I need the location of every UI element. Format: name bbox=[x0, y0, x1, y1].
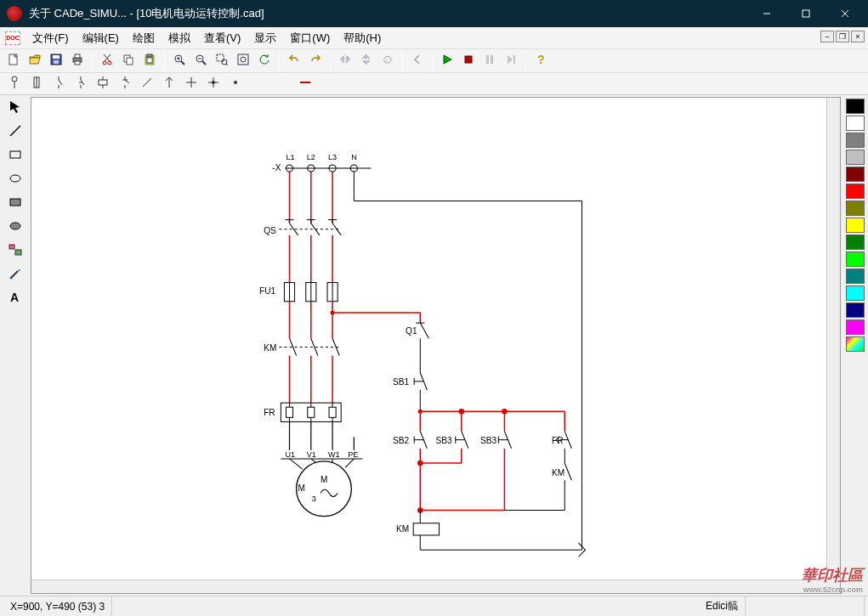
color-swatch-8[interactable] bbox=[846, 235, 865, 250]
component-wire-up[interactable] bbox=[160, 75, 179, 93]
fillrect-tool[interactable] bbox=[7, 195, 24, 212]
color-swatch-10[interactable] bbox=[846, 268, 865, 284]
component-switch[interactable] bbox=[116, 75, 134, 93]
new-doc-button[interactable] bbox=[3, 51, 24, 71]
component-contact-no[interactable] bbox=[49, 75, 68, 93]
ellipse-tool[interactable] bbox=[7, 172, 24, 189]
redo-button[interactable] bbox=[305, 51, 326, 71]
svg-line-69 bbox=[10, 126, 20, 136]
mdi-close[interactable]: × bbox=[851, 31, 865, 42]
svg-line-174 bbox=[564, 463, 571, 480]
component-junction[interactable] bbox=[204, 75, 223, 93]
copy-button[interactable] bbox=[118, 51, 139, 71]
fillellipse-tool[interactable] bbox=[7, 219, 24, 236]
maximize-button[interactable] bbox=[786, 0, 825, 27]
save-button[interactable] bbox=[46, 51, 66, 71]
mdi-minimize[interactable]: – bbox=[820, 31, 834, 42]
label-sb3b: SB3 bbox=[480, 436, 496, 445]
help-button[interactable]: ? bbox=[530, 51, 551, 71]
stop-icon bbox=[462, 53, 475, 70]
menu-4[interactable]: 查看(V) bbox=[197, 28, 247, 48]
pause-button[interactable] bbox=[479, 51, 500, 71]
svg-rect-1 bbox=[803, 10, 809, 17]
rotate-button[interactable] bbox=[377, 51, 398, 71]
eyedropper-tool[interactable] bbox=[7, 267, 24, 284]
menu-0[interactable]: 文件(F) bbox=[26, 28, 76, 48]
flip-v-button[interactable] bbox=[356, 51, 377, 71]
component-wire-slash[interactable] bbox=[138, 75, 156, 93]
components-tool[interactable] bbox=[7, 243, 24, 260]
color-swatch-custom[interactable] bbox=[846, 336, 865, 352]
color-swatch-9[interactable] bbox=[846, 251, 865, 267]
text-tool[interactable]: A bbox=[7, 291, 24, 308]
arrow-tool[interactable] bbox=[7, 100, 24, 117]
color-swatch-4[interactable] bbox=[846, 167, 865, 182]
label-qs: QS bbox=[264, 226, 276, 235]
color-swatch-11[interactable] bbox=[846, 285, 865, 301]
menu-5[interactable]: 显示 bbox=[247, 28, 283, 48]
color-swatch-3[interactable] bbox=[846, 150, 865, 165]
color-swatch-13[interactable] bbox=[846, 319, 865, 335]
close-button[interactable] bbox=[825, 0, 865, 27]
svg-text:A: A bbox=[10, 291, 19, 304]
stop-button[interactable] bbox=[458, 51, 479, 71]
open-button[interactable] bbox=[25, 51, 45, 71]
line-tool[interactable] bbox=[7, 124, 24, 141]
vertical-scrollbar[interactable] bbox=[826, 98, 840, 579]
color-swatch-5[interactable] bbox=[846, 184, 865, 199]
refresh-button[interactable] bbox=[254, 51, 275, 71]
switch-icon bbox=[117, 75, 133, 93]
label-x: -X bbox=[272, 163, 281, 172]
component-contact-nc[interactable] bbox=[71, 75, 90, 93]
svg-point-31 bbox=[241, 57, 246, 62]
flip-h-button[interactable] bbox=[335, 51, 355, 71]
label-l2: L2 bbox=[307, 153, 315, 161]
paste-button[interactable] bbox=[139, 51, 160, 71]
menu-6[interactable]: 窗口(W) bbox=[283, 28, 337, 48]
label-m-motor: M bbox=[321, 475, 327, 484]
label-n: N bbox=[351, 153, 357, 161]
label-pe: PE bbox=[348, 450, 358, 459]
component-node[interactable] bbox=[226, 75, 245, 93]
play-button[interactable] bbox=[437, 51, 457, 71]
zoom-fit-button[interactable] bbox=[233, 51, 253, 71]
svg-point-66 bbox=[234, 81, 237, 84]
svg-point-41 bbox=[12, 76, 17, 82]
component-coil[interactable] bbox=[94, 75, 112, 93]
step-button[interactable] bbox=[501, 51, 521, 71]
ellipse-tool-icon bbox=[8, 171, 23, 189]
menu-2[interactable]: 绘图 bbox=[126, 28, 162, 48]
color-swatch-0[interactable] bbox=[846, 99, 865, 114]
color-swatch-1[interactable] bbox=[846, 116, 865, 131]
component-toolbar bbox=[0, 73, 868, 95]
cut-button[interactable] bbox=[97, 51, 117, 71]
arrow-left-button[interactable] bbox=[407, 51, 428, 71]
print-button[interactable] bbox=[67, 51, 88, 71]
menu-1[interactable]: 编辑(E) bbox=[76, 28, 126, 48]
color-swatch-7[interactable] bbox=[846, 218, 865, 233]
horizontal-scrollbar[interactable] bbox=[31, 579, 826, 593]
canvas[interactable]: -X L1 L2 L3 N QS bbox=[31, 97, 841, 594]
minimize-button[interactable] bbox=[747, 0, 786, 27]
component-blank[interactable] bbox=[248, 75, 267, 93]
menu-3[interactable]: 模拟 bbox=[162, 28, 197, 48]
arrow-left-icon bbox=[411, 53, 424, 70]
zoom-in-button[interactable] bbox=[169, 51, 190, 71]
color-swatch-6[interactable] bbox=[846, 201, 865, 216]
color-swatch-12[interactable] bbox=[846, 302, 865, 318]
rect-tool[interactable] bbox=[7, 148, 24, 165]
label-w1: W1 bbox=[328, 450, 340, 459]
component-wire-cross[interactable] bbox=[182, 75, 201, 93]
zoom-out-button[interactable] bbox=[190, 51, 211, 71]
svg-rect-18 bbox=[147, 54, 152, 57]
svg-line-25 bbox=[202, 61, 206, 65]
component-fuse[interactable] bbox=[27, 75, 46, 93]
components-tool-icon bbox=[8, 242, 23, 261]
menu-7[interactable]: 帮助(H) bbox=[337, 28, 388, 48]
color-swatch-2[interactable] bbox=[846, 133, 865, 148]
component-terminal-o[interactable] bbox=[5, 75, 24, 93]
zoom-region-button[interactable] bbox=[212, 51, 232, 71]
undo-button[interactable] bbox=[284, 51, 304, 71]
mdi-restore[interactable]: ❐ bbox=[836, 31, 849, 42]
component-dash[interactable] bbox=[296, 75, 315, 93]
